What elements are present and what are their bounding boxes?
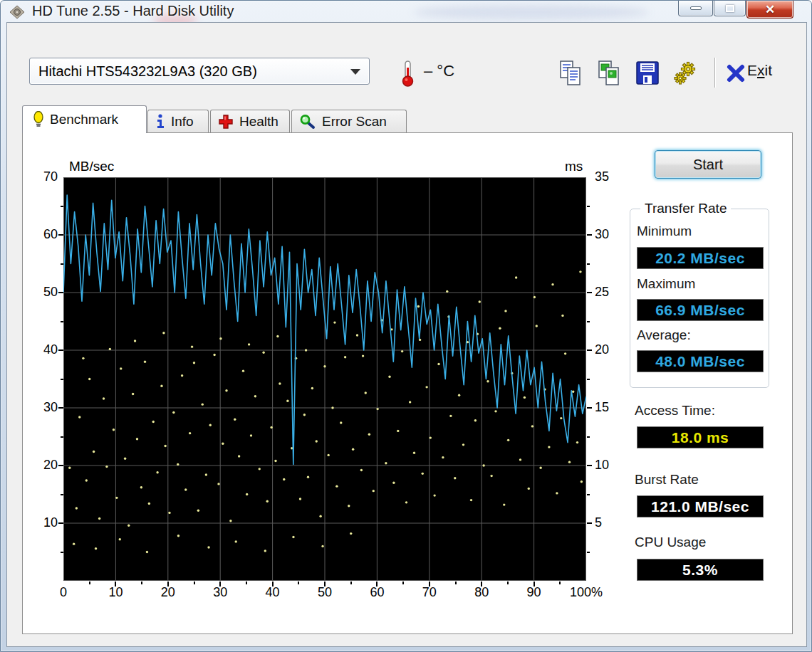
save-button[interactable] xyxy=(633,59,662,88)
tab-benchmark[interactable]: Benchmark xyxy=(22,105,147,133)
right-axis-tick-label: 35 xyxy=(595,169,623,184)
cpu-usage-label: CPU Usage xyxy=(635,535,706,550)
copy-image-button[interactable] xyxy=(595,59,623,88)
magnifier-icon xyxy=(299,114,316,130)
window-controls: ✕ xyxy=(678,1,794,19)
right-axis-tick xyxy=(587,436,590,438)
x-axis-tick xyxy=(429,582,430,587)
burst-rate-label: Burst Rate xyxy=(635,472,699,488)
drive-selector[interactable]: Hitachi HTS543232L9A3 (320 GB) xyxy=(29,58,370,85)
left-axis-tick xyxy=(61,379,63,380)
left-axis-tick xyxy=(58,522,63,524)
left-axis-tick xyxy=(58,407,63,409)
thermometer-icon xyxy=(394,59,422,88)
x-axis-tick xyxy=(141,582,142,584)
right-axis-tick-label: 25 xyxy=(595,285,623,300)
right-axis-title: ms xyxy=(565,159,583,174)
exit-button[interactable] xyxy=(722,59,750,88)
x-axis-tick xyxy=(115,582,116,587)
x-axis-tick-label: 20 xyxy=(147,585,189,600)
left-axis-tick-label: 60 xyxy=(29,227,58,242)
access-time-value: 18.0 ms xyxy=(637,426,764,448)
x-axis-tick xyxy=(533,582,535,587)
transfer-rate-group-label: Transfer Rate xyxy=(640,201,731,216)
right-axis-tick-label: 15 xyxy=(595,400,623,415)
copy-image-icon xyxy=(596,60,622,87)
left-axis-tick xyxy=(58,349,63,351)
maximize-icon xyxy=(726,5,734,12)
x-axis-tick xyxy=(559,582,561,584)
x-axis-tick-label: 40 xyxy=(251,585,294,600)
titlebar-artifact xyxy=(414,5,649,19)
x-axis-tick xyxy=(246,582,247,584)
temperature-value: – °C xyxy=(424,62,454,80)
lightbulb-icon xyxy=(33,111,44,128)
right-axis-tick xyxy=(587,234,592,236)
x-axis-tick-label: 0 xyxy=(42,585,85,600)
app-icon xyxy=(9,5,25,22)
x-axis-tick xyxy=(402,582,404,584)
exit-label-post: it xyxy=(765,62,773,78)
x-axis-tick xyxy=(350,582,352,584)
left-axis-tick xyxy=(61,552,63,553)
right-axis-tick xyxy=(587,349,592,351)
right-axis-tick-label: 30 xyxy=(595,227,623,242)
right-axis-tick-label: 20 xyxy=(595,342,623,357)
left-axis-tick xyxy=(61,206,63,207)
right-axis-tick xyxy=(587,379,590,380)
exit-label[interactable]: Exit xyxy=(747,62,772,79)
tab-errorscan[interactable]: Error Scan xyxy=(291,110,407,132)
x-axis-tick-label: 80 xyxy=(460,585,503,600)
right-axis-tick xyxy=(587,263,590,265)
exit-x-icon xyxy=(725,63,746,84)
left-axis-tick xyxy=(58,465,63,466)
x-axis-tick xyxy=(89,582,90,584)
exit-label-pre: E xyxy=(747,62,757,78)
gears-icon xyxy=(671,60,698,87)
x-axis-tick-label: 70 xyxy=(408,585,451,600)
left-axis-tick-label: 10 xyxy=(29,515,58,530)
x-axis-tick xyxy=(219,582,221,587)
access-time-label: Access Time: xyxy=(635,403,715,419)
tab-health[interactable]: Health xyxy=(210,110,290,132)
left-axis-tick xyxy=(61,263,63,265)
x-axis-tick-label: 10 xyxy=(94,585,137,600)
right-axis-tick-label: 10 xyxy=(595,458,623,473)
maximize-button[interactable] xyxy=(714,1,746,16)
average-label: Average: xyxy=(637,327,691,343)
tab-benchmark-label: Benchmark xyxy=(50,112,118,127)
left-axis-tick-label: 40 xyxy=(29,342,58,357)
x-axis-tick xyxy=(507,582,509,584)
maximum-label: Maximum xyxy=(637,276,695,292)
minimize-button[interactable] xyxy=(678,1,713,16)
benchmark-chart xyxy=(63,177,586,581)
save-icon xyxy=(635,60,660,87)
options-button[interactable] xyxy=(670,59,699,88)
copy-text-button[interactable] xyxy=(556,59,585,88)
left-axis-tick xyxy=(58,234,63,236)
x-axis-tick xyxy=(455,582,457,584)
x-axis-tick xyxy=(272,582,274,587)
start-button[interactable]: Start xyxy=(655,150,761,179)
left-axis-title: MB/sec xyxy=(69,159,114,174)
right-axis-tick xyxy=(587,465,592,466)
average-value: 48.0 MB/sec xyxy=(637,350,764,372)
close-button[interactable]: ✕ xyxy=(746,1,793,19)
left-axis-tick xyxy=(61,436,63,438)
x-axis-tick-label: 30 xyxy=(199,585,241,600)
exit-label-accel: x xyxy=(757,62,765,78)
left-axis-tick-label: 50 xyxy=(29,285,58,300)
x-axis-tick xyxy=(481,582,482,587)
right-axis-tick xyxy=(587,494,590,495)
drive-selector-value: Hitachi HTS543232L9A3 (320 GB) xyxy=(30,63,257,80)
x-axis-tick xyxy=(167,582,169,587)
right-axis-tick-label: 5 xyxy=(595,515,623,530)
copy-text-icon xyxy=(558,60,583,87)
tab-health-label: Health xyxy=(239,114,279,130)
tab-info[interactable]: Info xyxy=(147,110,209,132)
burst-rate-value: 121.0 MB/sec xyxy=(637,495,764,517)
info-icon xyxy=(155,114,165,130)
minimize-icon xyxy=(690,6,702,10)
x-axis-tick-label: 90 xyxy=(513,585,556,600)
x-axis-tick xyxy=(324,582,326,587)
